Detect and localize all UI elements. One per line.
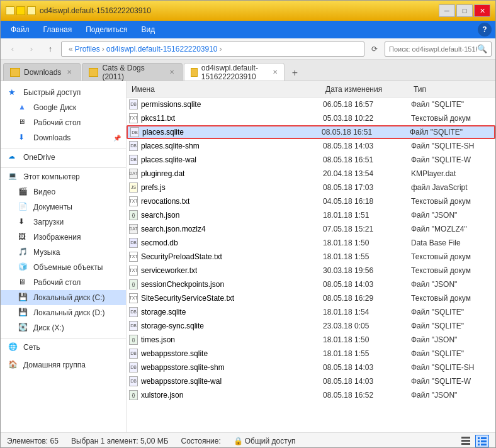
tab-label-cats: Cats & Dogs (2011) [102, 64, 164, 81]
table-row[interactable]: DB secmod.db 18.01.18 1:50 Data Base Fil… [127, 236, 495, 250]
file-type-icon: {} [129, 279, 138, 289]
file-name-label: webappsstore.sqlite-wal [141, 377, 222, 386]
refresh-button[interactable]: ⟳ [367, 42, 382, 57]
table-row[interactable]: {} xulstore.json 08.05.18 16:52 Файл "JS… [127, 388, 495, 402]
table-row[interactable]: DB places.sqlite-shm 08.05.18 14:03 Файл… [127, 139, 495, 153]
sidebar-item-video[interactable]: 🎬 Видео [1, 184, 126, 199]
back-button[interactable]: ‹ [4, 42, 21, 57]
file-date: 08.05.18 16:29 [323, 294, 411, 303]
tab-profile[interactable]: od4iswpl.default-1516222203910 ✕ [184, 63, 285, 81]
table-row[interactable]: DB storage-sync.sqlite 23.03.18 0:05 Фай… [127, 319, 495, 333]
sidebar-item-homegroup[interactable]: 🏠 Домашняя группа [1, 357, 126, 372]
divider-2 [1, 167, 126, 168]
file-name-label: prefs.js [141, 183, 166, 192]
sidebar-item-documents[interactable]: 📄 Документы [1, 199, 126, 215]
table-row[interactable]: DB webappsstore.sqlite-shm 08.05.18 14:0… [127, 361, 495, 374]
view-details-button[interactable] [475, 435, 489, 447]
file-name-label: pkcs11.txt [141, 114, 175, 123]
file-type-icon: DB [129, 141, 138, 151]
table-row[interactable]: DB permissions.sqlite 06.05.18 16:57 Фай… [127, 98, 495, 111]
svg-rect-5 [478, 440, 480, 442]
sidebar-item-3d[interactable]: 🧊 Объемные объекты [1, 260, 126, 275]
tab-downloads[interactable]: Downloads ✕ [3, 63, 81, 81]
sidebar-item-disk-c[interactable]: 💾 Локальный диск (C:) [1, 290, 126, 305]
sidebar-item-onedrive[interactable]: ☁ OneDrive [1, 150, 126, 165]
table-row[interactable]: DAT search.json.mozlz4 07.05.18 15:21 Фа… [127, 222, 495, 236]
status-access-text: Общий доступ [245, 437, 296, 445]
menu-home[interactable]: Главная [37, 23, 79, 36]
file-list-header: Имена Дата изменения Тип [127, 81, 495, 98]
menu-view[interactable]: Вид [135, 23, 161, 36]
close-button[interactable]: ✕ [474, 4, 490, 17]
sidebar-item-desktop[interactable]: 🖥 Рабочий стол [1, 115, 126, 130]
file-name-label: places.sqlite-shm [141, 142, 200, 150]
path-folder[interactable]: od4iswpl.default-1516222203910 [106, 45, 218, 53]
table-row[interactable]: {} sessionCheckpoints.json 08.05.18 14:0… [127, 277, 495, 291]
file-type-label: Файл "JSON" [411, 280, 493, 289]
tabs-bar: Downloads ✕ Cats & Dogs (2011) ✕ od4iswp… [1, 60, 495, 81]
table-row[interactable]: DB webappsstore.sqlite-wal 08.05.18 14:0… [127, 374, 495, 388]
drive-icon: ▲ [18, 103, 30, 113]
up-button[interactable]: ↑ [42, 42, 59, 57]
sidebar-label-network: Сеть [23, 343, 40, 352]
path-profiles[interactable]: Profiles [75, 45, 100, 53]
col-header-type[interactable]: Тип [411, 85, 493, 94]
table-row[interactable]: TXT serviceworker.txt 30.03.18 19:56 Тек… [127, 264, 495, 277]
col-header-name[interactable]: Имена [129, 85, 323, 94]
title-icon-2 [16, 6, 25, 15]
table-row[interactable]: DB storage.sqlite 18.01.18 1:54 Файл "SQ… [127, 305, 495, 319]
tab-close-profile[interactable]: ✕ [273, 68, 278, 77]
forward-button[interactable]: › [23, 42, 40, 57]
sidebar-item-images[interactable]: 🖼 Изображения [1, 230, 126, 245]
sidebar-item-music[interactable]: 🎵 Музыка [1, 245, 126, 260]
help-button[interactable]: ? [478, 23, 492, 36]
sidebar-item-this-pc[interactable]: 💻 Этот компьютер [1, 169, 126, 184]
file-type-icon: DB [130, 127, 139, 137]
tab-add-button[interactable]: + [286, 65, 303, 81]
tab-close-cats[interactable]: ✕ [167, 68, 176, 77]
maximize-button[interactable]: □ [456, 4, 473, 17]
table-row[interactable]: TXT SecurityPreloadState.txt 18.01.18 1:… [127, 250, 495, 264]
main-layout: ★ Быстрый доступ ▲ Google Диск 🖥 Рабочий… [1, 81, 495, 432]
video-icon: 🎬 [18, 187, 30, 197]
star-icon: ★ [8, 87, 20, 98]
col-header-date[interactable]: Дата изменения [323, 85, 411, 94]
sidebar-item-disk-d[interactable]: 💾 Локальный диск (D:) [1, 305, 126, 320]
sidebar-item-disk-x[interactable]: 💽 Диск (X:) [1, 320, 126, 335]
tab-close-downloads[interactable]: ✕ [65, 68, 74, 77]
table-row[interactable]: JS prefs.js 08.05.18 17:03 файл JavaScri… [127, 181, 495, 194]
sidebar-item-google-drive[interactable]: ▲ Google Диск [1, 100, 126, 115]
file-type-label: Файл "SQLITE" [411, 100, 493, 109]
file-name-label: webappsstore.sqlite-shm [141, 363, 225, 372]
table-row[interactable]: {} times.json 18.01.18 1:50 Файл "JSON" [127, 333, 495, 347]
search-box[interactable]: 🔍 [385, 42, 492, 57]
sidebar-label-google-drive: Google Диск [33, 103, 76, 112]
table-row[interactable]: TXT revocations.txt 04.05.18 16:18 Текст… [127, 194, 495, 208]
sidebar-item-quick-access[interactable]: ★ Быстрый доступ [1, 85, 126, 100]
address-path[interactable]: « Profiles › od4iswpl.default-1516222203… [61, 42, 364, 57]
minimize-button[interactable]: ─ [439, 4, 455, 17]
file-type-label: Текстовый докум [411, 252, 493, 261]
menu-share[interactable]: Поделиться [79, 23, 133, 36]
sidebar-item-downloads[interactable]: ⬇ Downloads 📌 [1, 130, 126, 145]
sidebar-item-downloads2[interactable]: ⬇ Загрузки [1, 215, 126, 230]
file-type-label: Файл "SQLITE" [411, 349, 493, 358]
table-row[interactable]: TXT SiteSecurityServiceState.txt 08.05.1… [127, 291, 495, 305]
table-row[interactable]: DB places.sqlite 08.05.18 16:51 Файл "SQ… [127, 125, 495, 139]
search-input[interactable] [389, 45, 477, 53]
status-state-label: Состояние: [181, 437, 221, 445]
table-row[interactable]: {} search.json 18.01.18 1:51 Файл "JSON" [127, 208, 495, 222]
table-row[interactable]: TXT pkcs11.txt 05.03.18 10:22 Текстовый … [127, 111, 495, 125]
sidebar-label-disk-d: Локальный диск (D:) [33, 308, 105, 317]
view-list-button[interactable] [459, 435, 473, 447]
table-row[interactable]: DB places.sqlite-wal 08.05.18 16:51 Файл… [127, 153, 495, 167]
menu-file[interactable]: Файл [4, 23, 36, 36]
sidebar-item-desktop2[interactable]: 🖥 Рабочий стол [1, 275, 126, 290]
file-list-scroll[interactable]: DB permissions.sqlite 06.05.18 16:57 Фай… [127, 98, 495, 432]
disk-c-icon: 💾 [18, 293, 30, 303]
table-row[interactable]: DAT pluginreg.dat 20.04.18 13:54 KMPlaye… [127, 167, 495, 181]
table-row[interactable]: DB webappsstore.sqlite 18.01.18 1:55 Фай… [127, 347, 495, 361]
sidebar-item-network[interactable]: 🌐 Сеть [1, 340, 126, 355]
tab-cats[interactable]: Cats & Dogs (2011) ✕ [82, 63, 183, 81]
file-type-icon: {} [129, 335, 138, 345]
